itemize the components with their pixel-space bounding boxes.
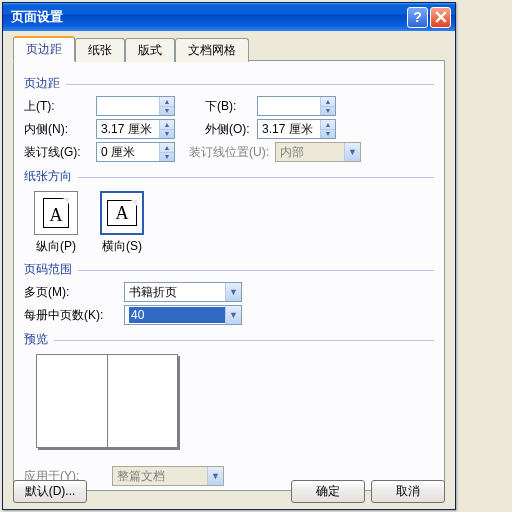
tab-panel: 页边距 上(T): ▲▼ 下(B): ▲▼ 内侧(N): ▲▼ <box>13 61 445 491</box>
gutter-pos-value: 内部 <box>280 144 344 161</box>
combo-sheets[interactable]: 40 ▼ <box>124 305 242 325</box>
preview-box <box>36 354 178 448</box>
spin-down-icon[interactable]: ▼ <box>160 130 174 139</box>
spin-up-icon[interactable]: ▲ <box>321 97 335 107</box>
spin-up-icon[interactable]: ▲ <box>321 120 335 130</box>
label-gutter: 装订线(G): <box>24 144 96 161</box>
landscape-icon <box>107 200 137 226</box>
landscape-label: 横向(S) <box>100 238 144 255</box>
titlebar: 页面设置 ? <box>3 3 455 31</box>
chevron-down-icon[interactable]: ▼ <box>225 283 241 301</box>
input-bottom[interactable] <box>258 97 320 115</box>
preview-page-left <box>37 355 108 447</box>
label-top: 上(T): <box>24 98 96 115</box>
spin-gutter[interactable]: ▲▼ <box>96 142 175 162</box>
input-top[interactable] <box>97 97 159 115</box>
spin-up-icon[interactable]: ▲ <box>160 143 174 153</box>
combo-gutter-pos: 内部 ▼ <box>275 142 361 162</box>
group-pagerange: 页码范围 <box>24 261 434 278</box>
close-icon <box>435 11 447 23</box>
cancel-button[interactable]: 取消 <box>371 480 445 503</box>
spin-bottom[interactable]: ▲▼ <box>257 96 336 116</box>
portrait-label: 纵向(P) <box>34 238 78 255</box>
client-area: 页边距 纸张 版式 文档网格 页边距 上(T): ▲▼ 下(B): ▲▼ <box>3 31 455 509</box>
label-multipage: 多页(M): <box>24 284 124 301</box>
tab-paper[interactable]: 纸张 <box>75 38 125 62</box>
default-button[interactable]: 默认(D)... <box>13 480 87 503</box>
label-sheets: 每册中页数(K): <box>24 307 124 324</box>
spin-down-icon[interactable]: ▼ <box>321 130 335 139</box>
help-button[interactable]: ? <box>407 7 428 28</box>
tab-grid[interactable]: 文档网格 <box>175 38 249 62</box>
orientation-landscape[interactable]: 横向(S) <box>100 191 144 255</box>
close-button[interactable] <box>430 7 451 28</box>
spin-down-icon[interactable]: ▼ <box>160 107 174 116</box>
spin-up-icon[interactable]: ▲ <box>160 120 174 130</box>
preview-page-right <box>108 355 178 447</box>
spin-down-icon[interactable]: ▼ <box>160 153 174 162</box>
portrait-icon <box>43 198 69 228</box>
landscape-box[interactable] <box>100 191 144 235</box>
page-setup-dialog: 页面设置 ? 页边距 纸张 版式 文档网格 页边距 上(T): ▲▼ 下(B): <box>2 2 456 510</box>
window-title: 页面设置 <box>11 8 405 26</box>
group-margins: 页边距 <box>24 75 434 92</box>
spin-top[interactable]: ▲▼ <box>96 96 175 116</box>
label-gutter-pos: 装订线位置(U): <box>189 144 269 161</box>
portrait-box[interactable] <box>34 191 78 235</box>
tab-margins[interactable]: 页边距 <box>13 36 75 62</box>
group-preview: 预览 <box>24 331 434 348</box>
tabstrip: 页边距 纸张 版式 文档网格 <box>13 37 445 61</box>
spin-up-icon[interactable]: ▲ <box>160 97 174 107</box>
sheets-value: 40 <box>129 307 225 323</box>
label-bottom: 下(B): <box>205 98 257 115</box>
spin-inside[interactable]: ▲▼ <box>96 119 175 139</box>
chevron-down-icon[interactable]: ▼ <box>225 306 241 324</box>
tab-layout[interactable]: 版式 <box>125 38 175 62</box>
label-inside: 内侧(N): <box>24 121 96 138</box>
spin-down-icon[interactable]: ▼ <box>321 107 335 116</box>
combo-multipage[interactable]: 书籍折页 ▼ <box>124 282 242 302</box>
input-inside[interactable] <box>97 120 159 138</box>
orientation-portrait[interactable]: 纵向(P) <box>34 191 78 255</box>
input-gutter[interactable] <box>97 143 159 161</box>
multipage-value: 书籍折页 <box>129 284 225 301</box>
group-orientation: 纸张方向 <box>24 168 434 185</box>
chevron-down-icon: ▼ <box>344 143 360 161</box>
input-outside[interactable] <box>258 120 320 138</box>
ok-button[interactable]: 确定 <box>291 480 365 503</box>
label-outside: 外侧(O): <box>205 121 257 138</box>
spin-outside[interactable]: ▲▼ <box>257 119 336 139</box>
dialog-buttons: 默认(D)... 确定 取消 <box>13 480 445 503</box>
